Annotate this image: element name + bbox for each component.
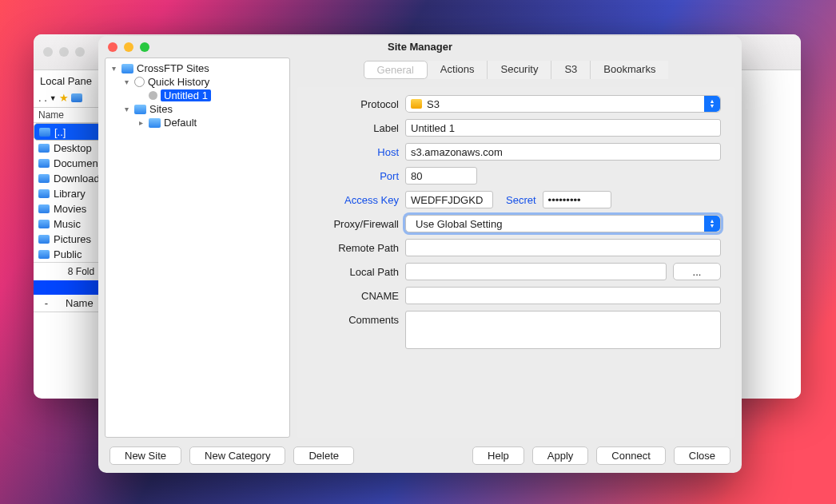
- folder-icon[interactable]: [71, 93, 82, 102]
- label-host[interactable]: Host: [311, 146, 399, 158]
- remote-path-input[interactable]: [405, 239, 721, 256]
- access-key-input[interactable]: [405, 191, 493, 208]
- label-comments: Comments: [311, 311, 399, 326]
- tree-sites[interactable]: ▾Sites: [105, 102, 289, 116]
- tree-history-item[interactable]: Untitled 1: [105, 89, 289, 102]
- label-label: Label: [311, 122, 399, 134]
- cname-input[interactable]: [405, 287, 721, 304]
- tree-default[interactable]: ▸Default: [105, 116, 289, 129]
- label-access-key[interactable]: Access Key: [311, 194, 399, 206]
- secret-input[interactable]: [543, 191, 611, 208]
- tree-root[interactable]: ▾CrossFTP Sites: [105, 62, 289, 75]
- label-input[interactable]: [405, 119, 721, 137]
- delete-button[interactable]: Delete: [293, 446, 354, 465]
- form-panel: Protocol S3▲▼ Label Host Port Access Key: [297, 87, 735, 438]
- s3-icon: [411, 99, 422, 109]
- site-manager-dialog: Site Manager ▾CrossFTP Sites ▾Quick Hist…: [98, 36, 742, 473]
- label-port[interactable]: Port: [311, 170, 399, 182]
- label-remote-path: Remote Path: [311, 242, 399, 254]
- close-icon[interactable]: [108, 42, 117, 52]
- close-button[interactable]: Close: [674, 446, 731, 465]
- minimize-icon[interactable]: [124, 42, 133, 52]
- protocol-select[interactable]: S3▲▼: [405, 95, 721, 113]
- site-tree[interactable]: ▾CrossFTP Sites ▾Quick History Untitled …: [105, 58, 290, 438]
- browse-button[interactable]: ...: [673, 263, 721, 280]
- port-input[interactable]: [405, 167, 477, 185]
- dialog-titlebar: Site Manager: [98, 36, 742, 58]
- site-dot-icon: [149, 91, 157, 100]
- folder-icon: [121, 64, 133, 73]
- tab-actions[interactable]: Actions: [428, 61, 488, 79]
- help-button[interactable]: Help: [472, 446, 524, 465]
- folder-icon: [134, 105, 146, 114]
- tab-bar: General Actions Security S3 Bookmarks: [297, 61, 735, 79]
- zoom-icon[interactable]: [140, 42, 149, 52]
- local-path-input[interactable]: [405, 263, 667, 280]
- tab-s3[interactable]: S3: [551, 61, 590, 79]
- proxy-select[interactable]: Use Global Setting▲▼: [405, 215, 721, 232]
- new-category-button[interactable]: New Category: [189, 446, 285, 465]
- star-icon[interactable]: ★: [59, 92, 69, 104]
- label-secret[interactable]: Secret: [506, 194, 536, 206]
- label-cname: CNAME: [311, 290, 399, 302]
- label-proxy: Proxy/Firewall: [311, 218, 399, 230]
- connect-button[interactable]: Connect: [596, 446, 665, 465]
- tree-history[interactable]: ▾Quick History: [105, 75, 289, 89]
- tab-bookmarks[interactable]: Bookmarks: [590, 61, 668, 79]
- tab-general[interactable]: General: [364, 61, 428, 79]
- comments-input[interactable]: [405, 311, 721, 349]
- dialog-footer: New Site New Category Delete Help Apply …: [98, 438, 742, 473]
- parent-traffic-lights: [43, 47, 85, 57]
- label-protocol: Protocol: [311, 98, 399, 110]
- folder-icon: [149, 118, 161, 128]
- chevron-updown-icon: ▲▼: [704, 216, 720, 232]
- apply-button[interactable]: Apply: [532, 446, 589, 465]
- chevron-updown-icon: ▲▼: [704, 96, 720, 112]
- clock-icon: [134, 77, 145, 87]
- dialog-title: Site Manager: [98, 41, 742, 53]
- new-site-button[interactable]: New Site: [109, 446, 181, 465]
- tab-security[interactable]: Security: [487, 61, 551, 79]
- host-input[interactable]: [405, 143, 721, 161]
- label-local-path: Local Path: [311, 266, 399, 278]
